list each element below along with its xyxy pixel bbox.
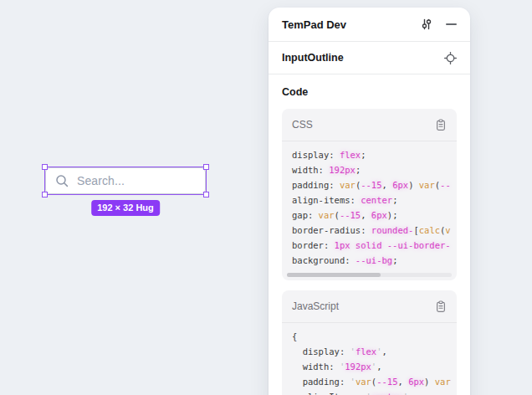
- code-section-title: Code: [282, 86, 457, 98]
- selection-handle-top-right[interactable]: [203, 164, 209, 170]
- size-badge: 192 × 32 Hug: [91, 200, 160, 216]
- search-input-component[interactable]: Search...: [45, 167, 206, 194]
- selected-node-row: InputOutline: [269, 42, 470, 74]
- tempad-dev-plugin-panel: TemPad Dev InputOutline: [269, 8, 470, 395]
- css-code-block: CSS display: flex;width: 192px;padding: …: [282, 109, 457, 280]
- javascript-block-label: JavaScript: [292, 300, 339, 312]
- javascript-code-block: JavaScript { display: 'flex', width: '19…: [282, 290, 457, 395]
- css-block-header: CSS: [282, 109, 457, 141]
- preferences-sliders-icon[interactable]: [420, 18, 433, 31]
- selected-node-name: InputOutline: [282, 52, 344, 64]
- selection-handle-top-left[interactable]: [42, 164, 48, 170]
- search-icon: [55, 174, 69, 188]
- javascript-block-header: JavaScript: [282, 290, 457, 323]
- copy-clipboard-icon[interactable]: [435, 300, 447, 313]
- panel-title: TemPad Dev: [282, 18, 346, 31]
- selection-handle-bottom-left[interactable]: [42, 192, 48, 198]
- search-placeholder: Search...: [77, 174, 125, 187]
- locate-crosshair-icon[interactable]: [444, 52, 457, 64]
- selection-handle-bottom-right[interactable]: [203, 192, 209, 198]
- scrollbar-thumb[interactable]: [287, 273, 381, 277]
- css-code[interactable]: display: flex;width: 192px;padding: var(…: [282, 141, 457, 269]
- css-block-label: CSS: [292, 119, 313, 131]
- copy-clipboard-icon[interactable]: [435, 119, 447, 131]
- javascript-code[interactable]: { display: 'flex', width: '192px', paddi…: [282, 323, 457, 395]
- css-horizontal-scrollbar: [282, 269, 457, 280]
- minimize-icon[interactable]: [446, 23, 457, 25]
- panel-header: TemPad Dev: [269, 8, 470, 42]
- selected-component-outline[interactable]: Search... 192 × 32 Hug: [45, 167, 206, 194]
